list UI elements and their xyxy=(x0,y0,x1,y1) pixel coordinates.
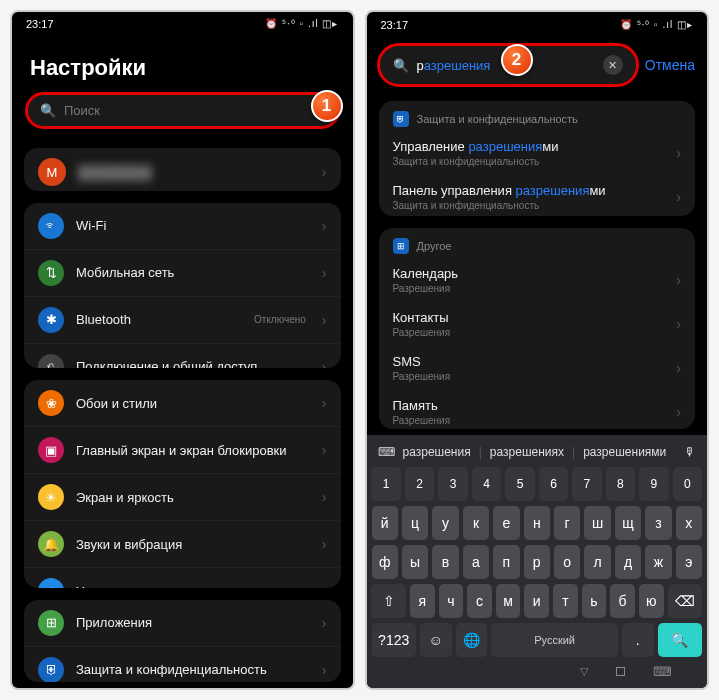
search-result[interactable]: Память Разрешения › xyxy=(379,390,696,429)
row-label: Подключение и общий доступ xyxy=(76,359,310,368)
keyboard-settings-icon[interactable]: ⌨ xyxy=(378,445,395,459)
search-result[interactable]: Календарь Разрешения › xyxy=(379,258,696,302)
chevron-right-icon: › xyxy=(322,359,327,369)
key[interactable]: ф xyxy=(372,545,398,579)
search-result[interactable]: Контакты Разрешения › xyxy=(379,302,696,346)
search-result[interactable]: Управление разрешениями Защита и конфиде… xyxy=(379,131,696,175)
row-label: Bluetooth xyxy=(76,312,242,327)
key[interactable]: 3 xyxy=(438,467,467,501)
result-sub: Разрешения xyxy=(393,283,682,294)
settings-row[interactable]: ⊞ Приложения › xyxy=(24,600,341,646)
key[interactable]: п xyxy=(493,545,519,579)
account-row[interactable]: M ████████ › xyxy=(24,148,341,191)
key[interactable]: 2 xyxy=(405,467,434,501)
row-label: Wi-Fi xyxy=(76,218,310,233)
chevron-right-icon: › xyxy=(322,442,327,458)
settings-row[interactable]: ☀ Экран и яркость › xyxy=(24,473,341,520)
key[interactable]: г xyxy=(554,506,580,540)
search-result[interactable]: SMS Разрешения › xyxy=(379,346,696,390)
key[interactable]: м xyxy=(496,584,521,618)
settings-row[interactable]: 🔔 Звуки и вибрация › xyxy=(24,520,341,567)
row-icon: ⊞ xyxy=(38,610,64,636)
chevron-right-icon: › xyxy=(676,404,681,420)
key[interactable]: ⌫ xyxy=(668,584,702,618)
key[interactable]: х xyxy=(676,506,702,540)
key[interactable]: ы xyxy=(402,545,428,579)
mic-icon[interactable]: 🎙 xyxy=(684,445,696,459)
key[interactable]: и xyxy=(524,584,549,618)
key[interactable]: к xyxy=(463,506,489,540)
key[interactable]: о xyxy=(554,545,580,579)
key[interactable]: с xyxy=(467,584,492,618)
row-icon: ☀ xyxy=(38,484,64,510)
key[interactable]: в xyxy=(432,545,458,579)
key[interactable]: б xyxy=(610,584,635,618)
suggestion[interactable]: разрешения xyxy=(403,445,471,459)
key[interactable]: ц xyxy=(402,506,428,540)
key[interactable]: э xyxy=(676,545,702,579)
settings-row[interactable]: ⛨ Защита и конфиденциальность › xyxy=(24,646,341,682)
settings-row[interactable]: ⊙ Уведомления и строка состояния › xyxy=(24,567,341,587)
key[interactable]: а xyxy=(463,545,489,579)
key[interactable]: ю xyxy=(639,584,664,618)
cancel-button[interactable]: Отмена xyxy=(645,57,695,73)
key[interactable]: ь xyxy=(582,584,607,618)
key[interactable]: у xyxy=(432,506,458,540)
keyboard: ⌨ разрешения | разрешениях | разрешениям… xyxy=(367,435,708,688)
suggestion[interactable]: разрешениях xyxy=(490,445,564,459)
row-icon: ❀ xyxy=(38,390,64,416)
search-input[interactable]: 🔍 Поиск xyxy=(26,93,339,128)
key[interactable]: ж xyxy=(645,545,671,579)
apps-icon: ⊞ xyxy=(393,238,409,254)
key-emoji[interactable]: ☺ xyxy=(420,623,452,657)
settings-row[interactable]: ✱ Bluetooth Отключено › xyxy=(24,296,341,343)
key-search[interactable]: 🔍 xyxy=(658,623,702,657)
key-period[interactable]: . xyxy=(622,623,654,657)
shield-icon: ⛨ xyxy=(393,111,409,127)
settings-row[interactable]: ᯤ Wi-Fi › xyxy=(24,203,341,249)
key[interactable]: ⇧ xyxy=(371,584,405,618)
key[interactable]: 8 xyxy=(606,467,635,501)
settings-row[interactable]: ⎌ Подключение и общий доступ › xyxy=(24,343,341,369)
key-symbols[interactable]: ?123 xyxy=(372,623,416,657)
key[interactable]: ч xyxy=(439,584,464,618)
avatar: M xyxy=(38,158,66,186)
chevron-right-icon: › xyxy=(322,312,327,328)
key[interactable]: д xyxy=(615,545,641,579)
search-header: 🔍 разрешения ✕ Отмена xyxy=(367,37,708,95)
key[interactable]: т xyxy=(553,584,578,618)
search-result[interactable]: Панель управления разрешениями Защита и … xyxy=(379,175,696,216)
key-space[interactable]: Русский xyxy=(491,623,618,657)
settings-row[interactable]: ▣ Главный экран и экран блокировки › xyxy=(24,426,341,473)
key[interactable]: 4 xyxy=(472,467,501,501)
suggestion-bar: ⌨ разрешения | разрешениях | разрешениям… xyxy=(372,441,703,467)
key-globe[interactable]: 🌐 xyxy=(456,623,488,657)
key[interactable]: 7 xyxy=(572,467,601,501)
key[interactable]: е xyxy=(493,506,519,540)
key[interactable]: 6 xyxy=(539,467,568,501)
key[interactable]: 1 xyxy=(371,467,400,501)
key[interactable]: й xyxy=(372,506,398,540)
chevron-right-icon: › xyxy=(676,316,681,332)
key[interactable]: р xyxy=(524,545,550,579)
key[interactable]: 5 xyxy=(505,467,534,501)
result-sub: Защита и конфиденциальность xyxy=(393,200,682,211)
settings-row[interactable]: ⇅ Мобильная сеть › xyxy=(24,249,341,296)
key[interactable]: з xyxy=(645,506,671,540)
key[interactable]: л xyxy=(584,545,610,579)
result-sub: Разрешения xyxy=(393,327,682,338)
search-query: разрешения xyxy=(417,58,491,73)
clear-icon[interactable]: ✕ xyxy=(603,55,623,75)
chevron-right-icon: › xyxy=(676,272,681,288)
status-bar: 23:17 ⏰ ⁵·⁰ ▫ .ıl ◫▸ xyxy=(12,12,353,35)
key[interactable]: щ xyxy=(615,506,641,540)
key[interactable]: 9 xyxy=(639,467,668,501)
key[interactable]: 0 xyxy=(673,467,702,501)
key[interactable]: я xyxy=(410,584,435,618)
settings-row[interactable]: ❀ Обои и стили › xyxy=(24,380,341,426)
key[interactable]: н xyxy=(524,506,550,540)
key[interactable]: ш xyxy=(584,506,610,540)
row-icon: 🔔 xyxy=(38,531,64,557)
row-icon: ⎌ xyxy=(38,354,64,369)
suggestion[interactable]: разрешениями xyxy=(583,445,666,459)
